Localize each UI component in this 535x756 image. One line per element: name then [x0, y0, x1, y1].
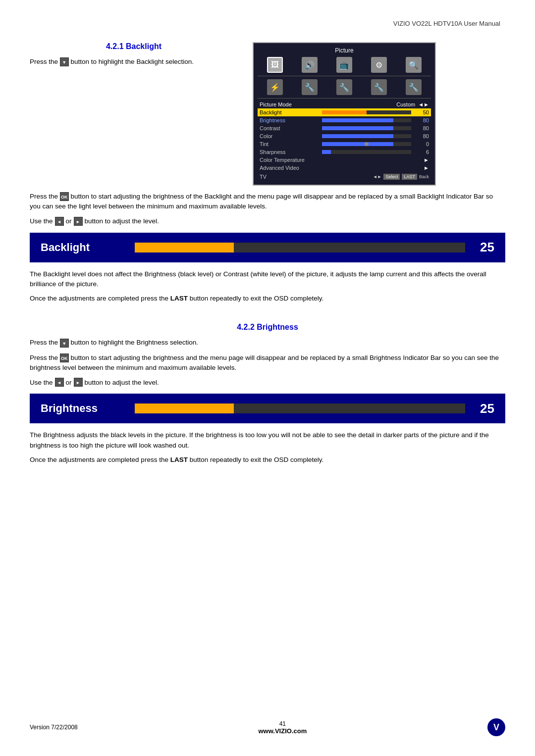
- tv-row-label: TV: [260, 174, 319, 180]
- sharpness-bar: [322, 150, 411, 154]
- tv-icon-2d: 🔧: [371, 79, 387, 95]
- color-row-label: Color: [260, 133, 319, 139]
- contrast-row-value: 80: [414, 125, 429, 131]
- footer-page-number: 41: [258, 720, 307, 727]
- backlight-indicator-label: Backlight: [31, 234, 130, 261]
- tv-row-backlight: Backlight 50: [258, 108, 431, 116]
- backlight-bar-filled: [135, 243, 234, 252]
- brightness-indicator-label: Brightness: [31, 395, 130, 422]
- brightness-para2: Press the OK button to start adjusting t…: [30, 353, 505, 373]
- tv-icon-search: 🔍: [406, 57, 422, 73]
- tv-icon-audio: 🔊: [302, 57, 318, 73]
- spacer-1: [30, 308, 505, 323]
- picture-mode-label: Picture Mode: [260, 101, 319, 107]
- footer-website: www.VIZIO.com: [258, 727, 307, 735]
- brightness-section: 4.2.2 Brightness Press the ▼ button to h…: [30, 323, 505, 465]
- backlight-use-btn-line: Use the ◄ or ► button to adjust the leve…: [30, 217, 505, 226]
- tint-bar: [322, 142, 411, 146]
- adjust-btn-icon: OK: [60, 192, 69, 201]
- backlight-left-col: 4.2.1 Backlight Press the ▼ button to hi…: [30, 42, 238, 72]
- page-footer: Version 7/22/2008 41 www.VIZIO.com V: [30, 718, 505, 736]
- backlight-para2: Press the OK button to start adjusting t…: [30, 192, 505, 212]
- back-label: Back: [419, 174, 429, 179]
- tint-bar-fill: [322, 142, 393, 146]
- header-title: VIZIO VO22L HDTV10A User Manual: [30, 20, 505, 27]
- brightness-use-btn-line: Use the ◄ or ► button to adjust the leve…: [30, 378, 505, 387]
- tv-icon-picture: 🖼: [267, 57, 283, 73]
- brightness-bar: [322, 118, 411, 122]
- advanced-video-label: Advanced Video: [260, 165, 319, 171]
- color-row-value: 80: [414, 133, 429, 139]
- tv-icon-2c: 🔧: [336, 79, 352, 95]
- brightness-left-btn: ◄: [55, 378, 64, 387]
- nav-icon: ◄►: [373, 174, 382, 179]
- backlight-indicator-value: 25: [470, 234, 504, 261]
- brightness-bar-track: [130, 395, 470, 422]
- tv-icon-2e: 🔧: [406, 79, 422, 95]
- vizio-logo: V: [487, 718, 505, 736]
- tv-row-brightness: Brightness 80: [258, 116, 431, 124]
- tv-row-picture-mode: Picture Mode Custom ◄►: [258, 101, 431, 108]
- picture-mode-arrow: ◄►: [418, 101, 429, 107]
- brightness-title: 4.2.2 Brightness: [30, 323, 505, 332]
- tv-icon-screen: 📺: [336, 57, 352, 73]
- tv-menu-icons: 🖼 🔊 📺 ⚙ 🔍: [258, 57, 431, 76]
- tv-row-color: Color 80: [258, 132, 431, 140]
- tv-icon-2a: ⚡: [267, 79, 283, 95]
- tv-menu-title: Picture: [258, 47, 431, 54]
- sharpness-row-value: 6: [414, 149, 429, 155]
- backlight-desc2: Once the adjustments are completed press…: [30, 294, 505, 304]
- right-btn-icon: ►: [74, 217, 83, 226]
- last-btn: LAST: [402, 174, 417, 180]
- brightness-right-btn: ►: [74, 378, 83, 387]
- sharpness-bar-fill: [322, 150, 331, 154]
- brightness-row-label: Brightness: [260, 117, 319, 123]
- tv-row-tv: TV ◄► Select LAST Back: [258, 173, 431, 181]
- select-btn: Select: [383, 174, 400, 180]
- left-btn-icon: ◄: [55, 217, 64, 226]
- brightness-bar-filled: [135, 403, 234, 413]
- highlight-btn-icon: ▼: [60, 57, 69, 66]
- color-bar: [322, 134, 411, 138]
- backlight-para2-wrapper: Press the OK button to start adjusting t…: [30, 192, 505, 226]
- tint-center-dot: [365, 142, 369, 146]
- advanced-video-arrow: ►: [424, 165, 429, 171]
- contrast-bar-fill: [322, 126, 393, 130]
- tv-menu: Picture 🖼 🔊 📺 ⚙ 🔍 ⚡ 🔧 🔧 🔧 🔧: [253, 42, 436, 186]
- color-bar-fill: [322, 134, 393, 138]
- brightness-indicator-bar: Brightness 25: [30, 394, 505, 423]
- backlight-indicator-bar: Backlight 25: [30, 233, 505, 262]
- page-container: VIZIO VO22L HDTV10A User Manual 4.2.1 Ba…: [0, 0, 535, 756]
- tv-menu-screenshot: Picture 🖼 🔊 📺 ⚙ 🔍 ⚡ 🔧 🔧 🔧 🔧: [253, 42, 441, 186]
- backlight-row-value: 50: [414, 109, 429, 115]
- tv-icon-2b: 🔧: [302, 79, 318, 95]
- backlight-section: 4.2.1 Backlight Press the ▼ button to hi…: [30, 42, 505, 186]
- backlight-desc1: The Backlight level does not affect the …: [30, 269, 505, 290]
- tv-row-advanced-video: Advanced Video ►: [258, 164, 431, 172]
- sharpness-row-label: Sharpness: [260, 149, 319, 155]
- brightness-adjust-btn: OK: [60, 353, 69, 362]
- contrast-row-label: Contrast: [260, 125, 319, 131]
- footer-center: 41 www.VIZIO.com: [258, 720, 307, 735]
- brightness-bar-fill: [322, 118, 393, 122]
- tv-row-color-temp: Color Temperature ►: [258, 156, 431, 164]
- contrast-bar: [322, 126, 411, 130]
- brightness-highlight-btn: ▼: [60, 339, 69, 348]
- brightness-bar-inner: [135, 403, 465, 413]
- tint-row-value: 0: [414, 141, 429, 147]
- backlight-bar-inner: [135, 243, 465, 252]
- backlight-row-label: Backlight: [260, 109, 319, 115]
- backlight-title: 4.2.1 Backlight: [30, 42, 238, 51]
- backlight-para1: Press the ▼ button to highlight the Back…: [30, 57, 238, 67]
- backlight-bar-fill: [322, 110, 367, 114]
- brightness-row-value: 80: [414, 117, 429, 123]
- footer-version: Version 7/22/2008: [30, 724, 78, 731]
- brightness-para1: Press the ▼ button to highlight the Brig…: [30, 338, 505, 348]
- tv-row-sharpness: Sharpness 6: [258, 148, 431, 156]
- tv-icon-setup: ⚙: [371, 57, 387, 73]
- tint-row-label: Tint: [260, 141, 319, 147]
- color-temp-arrow: ►: [424, 157, 429, 163]
- brightness-desc1: The Brightness adjusts the black levels …: [30, 430, 505, 451]
- tv-menu-footer: ◄► Select LAST Back: [373, 174, 429, 180]
- color-temp-label: Color Temperature: [260, 157, 319, 163]
